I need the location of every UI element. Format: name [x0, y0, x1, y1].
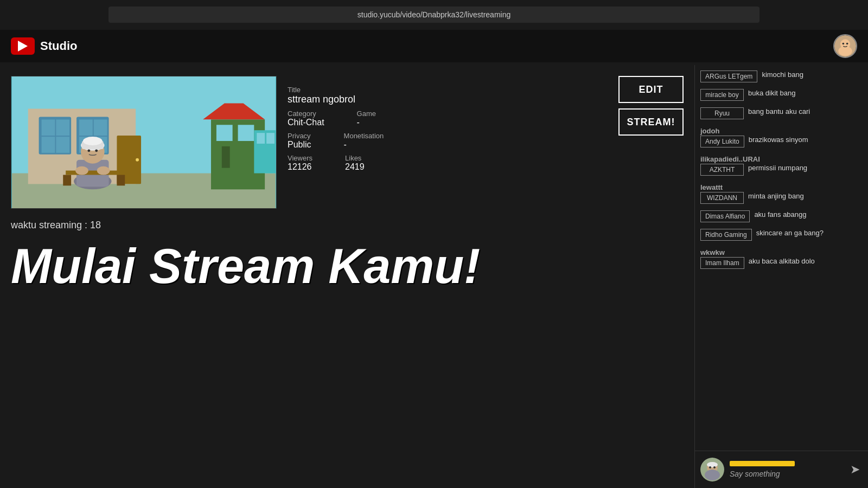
stream-details: EDIT STREAM! Title sttream ngobrol Categ… [288, 76, 684, 209]
list-item: wkwkw Imam Ilham aku baca alkitab dolo [700, 247, 863, 269]
list-item: jodoh Andy Lukito brazikowas sinyom [700, 126, 863, 147]
chat-message-text: bang bantu aku cari [748, 107, 863, 115]
avatar[interactable] [833, 34, 857, 58]
logo-area: Studio [11, 37, 77, 55]
edit-button[interactable]: EDIT [618, 76, 684, 103]
viewers-label: Viewers [288, 154, 312, 162]
svg-rect-40 [266, 133, 275, 144]
likes-col: Likes 2419 [345, 150, 365, 172]
chat-message-text: skincare an ga bang? [756, 229, 863, 237]
cta-text: Mulai Stream Kamu! [11, 242, 684, 291]
viewers-likes-row: Viewers 12126 Likes 2419 [288, 150, 684, 172]
chat-username-plain: wkwkw [700, 248, 725, 256]
svg-point-2 [838, 46, 852, 56]
svg-rect-23 [222, 146, 230, 168]
likes-value: 2419 [345, 162, 365, 172]
list-item: miracle boy buka dikit bang [700, 89, 863, 101]
chat-username-plain: ilikapadiedi..URAI [700, 155, 760, 163]
play-triangle [18, 41, 28, 52]
stream-button[interactable]: STREAM! [618, 108, 684, 136]
chat-row-inner: AZKTHT permissii numpang [700, 164, 863, 176]
svg-rect-14 [79, 119, 93, 136]
category-col: Category Chit-Chat [288, 105, 324, 127]
svg-rect-11 [42, 137, 55, 153]
say-something-placeholder: Say something [730, 470, 842, 478]
svg-rect-12 [56, 137, 69, 153]
video-thumbnail [11, 76, 277, 209]
thumbnail-svg [11, 76, 276, 208]
chat-username-plain: lewattt [700, 183, 723, 191]
svg-rect-34 [63, 175, 71, 186]
chat-avatar-image [700, 458, 724, 481]
chat-username-button[interactable]: Imam Ilham [700, 257, 744, 269]
chat-input-area: Say something ➤ [695, 451, 868, 488]
svg-point-46 [713, 466, 716, 468]
svg-rect-10 [56, 119, 69, 136]
list-item: ilikapadiedi..URAI AZKTHT permissii nump… [700, 154, 863, 176]
top-nav: Studio [0, 30, 868, 62]
chat-panel: ARGus LETgem kimochi bang miracle boy bu… [694, 65, 868, 488]
svg-rect-22 [238, 125, 254, 141]
chat-username-button[interactable]: miracle boy [700, 89, 744, 101]
chat-row-inner: Andy Lukito brazikowas sinyom [700, 136, 863, 147]
list-item: Ridho Gaming skincare an ga bang? [700, 229, 863, 241]
chat-message-text: kimochi bang [762, 70, 863, 79]
chat-avatar [700, 458, 724, 481]
studio-logo-text: Studio [40, 39, 77, 53]
left-panel: EDIT STREAM! Title sttream ngobrol Categ… [0, 65, 694, 488]
svg-point-44 [707, 462, 718, 467]
monetisation-value: - [344, 140, 384, 150]
chat-message-text: buka dikit bang [748, 89, 863, 97]
monetisation-label: Monetisation [344, 132, 384, 140]
svg-point-19 [136, 158, 139, 162]
chat-message-text: minta anjing bang [748, 192, 863, 200]
streaming-time: waktu streaming : 18 [11, 220, 684, 231]
stream-info-row: EDIT STREAM! Title sttream ngobrol Categ… [11, 76, 684, 209]
svg-point-3 [843, 43, 845, 45]
svg-point-45 [709, 466, 711, 468]
svg-rect-35 [117, 175, 125, 186]
likes-label: Likes [345, 154, 365, 162]
game-label: Game [357, 110, 376, 118]
chat-username-button[interactable]: Ryuu [700, 107, 744, 119]
list-item: ARGus LETgem kimochi bang [700, 70, 863, 82]
main-content: EDIT STREAM! Title sttream ngobrol Categ… [0, 65, 868, 488]
viewers-col: Viewers 12126 [288, 150, 312, 172]
monetisation-col: Monetisation - [344, 127, 384, 150]
address-text: studio.yucub/video/Dnabprka32/livestream… [358, 10, 511, 19]
chat-row-inner: WIZDANN minta anjing bang [700, 192, 863, 204]
svg-point-36 [75, 166, 88, 175]
category-value: Chit-Chat [288, 118, 324, 127]
svg-rect-39 [257, 133, 265, 144]
send-button[interactable]: ➤ [847, 463, 863, 477]
chat-input-box[interactable]: Say something [730, 461, 842, 478]
svg-point-37 [97, 166, 110, 175]
list-item: Dimas Alfiano aku fans abangg [700, 210, 863, 222]
viewers-value: 12126 [288, 162, 312, 172]
chat-message-text: aku fans abangg [754, 210, 863, 219]
chat-message-text: aku baca alkitab dolo [749, 257, 863, 265]
game-value: - [357, 118, 376, 127]
chat-username-button[interactable]: ARGus LETgem [700, 70, 757, 82]
chat-message-text: brazikowas sinyom [749, 136, 863, 144]
youtube-icon[interactable] [11, 37, 35, 55]
svg-point-30 [83, 137, 103, 145]
game-col: Game - [357, 105, 376, 127]
chat-username-button[interactable]: Andy Lukito [700, 136, 744, 147]
svg-point-4 [846, 43, 848, 45]
details-buttons: EDIT STREAM! [618, 76, 684, 136]
chat-username-button[interactable]: Ridho Gaming [700, 229, 752, 241]
list-item: Ryuu bang bantu aku cari [700, 107, 863, 119]
chat-message-text: permissii numpang [748, 164, 863, 172]
category-label: Category [288, 110, 324, 118]
svg-point-32 [95, 149, 98, 152]
chat-username-button[interactable]: AZKTHT [700, 164, 744, 176]
svg-rect-33 [66, 171, 119, 175]
list-item: lewattt WIZDANN minta anjing bang [700, 182, 863, 204]
chat-username-button[interactable]: Dimas Alfiano [700, 210, 750, 222]
chat-username-button[interactable]: WIZDANN [700, 192, 744, 204]
address-bar[interactable]: studio.yucub/video/Dnabprka32/livestream… [108, 7, 760, 23]
privacy-value: Public [288, 140, 311, 150]
chat-username-plain: jodoh [700, 127, 719, 135]
svg-rect-21 [216, 125, 233, 141]
